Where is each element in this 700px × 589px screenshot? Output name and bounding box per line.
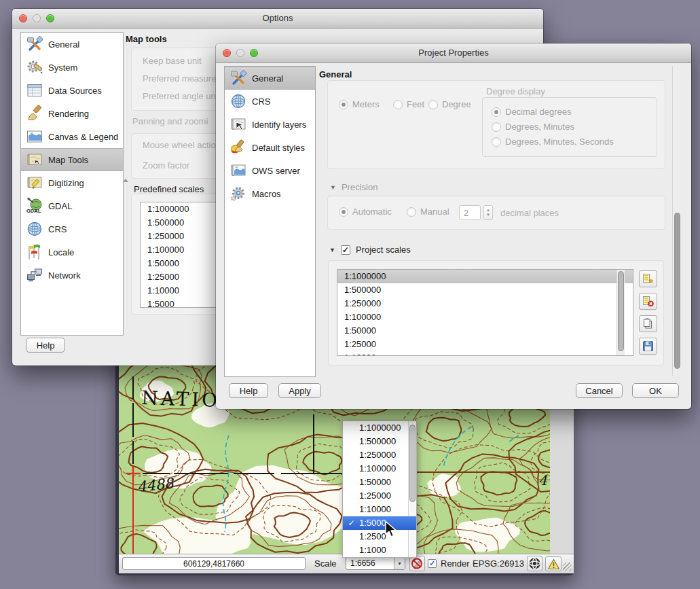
options-sidebar-item[interactable]: Rendering xyxy=(21,102,123,125)
apply-button[interactable]: Apply xyxy=(278,383,321,398)
gdal-icon: GDAL xyxy=(26,197,43,215)
network-icon xyxy=(26,266,43,284)
save-scales-button[interactable] xyxy=(639,338,657,355)
scale-option[interactable]: 1:500000 xyxy=(343,435,416,448)
radio-icon xyxy=(492,107,501,117)
identify-layers-icon xyxy=(229,115,247,133)
options-sidebar-item[interactable]: System xyxy=(21,56,123,79)
scale-option[interactable]: 1:1000 xyxy=(343,543,416,557)
scale-row[interactable]: 1:250000 xyxy=(337,297,633,310)
cancel-button[interactable]: Cancel xyxy=(576,383,623,398)
coordinate-field[interactable]: 606129,4817660 xyxy=(122,557,306,570)
project-scales-checkbox[interactable]: ✓ xyxy=(341,245,350,255)
decimal-places-stepper[interactable]: ▲ ▼ xyxy=(483,205,493,220)
tools-icon xyxy=(229,69,247,87)
precision-section-header[interactable]: ▼ Precision xyxy=(330,182,377,192)
resize-grip[interactable] xyxy=(563,563,572,571)
stop-render-icon xyxy=(411,557,424,570)
scale-row[interactable]: 1:10000 xyxy=(337,351,633,356)
scroll-up-indicator[interactable] xyxy=(123,179,128,182)
scale-row[interactable]: 1:100000 xyxy=(337,310,633,324)
units-group: Meters Feet Degree Degree display Decima… xyxy=(327,80,665,169)
render-label: Render xyxy=(441,558,470,569)
degree-display-radio[interactable]: Degrees, Minutes xyxy=(492,122,657,132)
options-sidebar-item[interactable]: Digitizing xyxy=(21,171,123,194)
decimal-places-input[interactable]: 2 xyxy=(459,205,481,220)
options-sidebar: General System Data Sources Rendering Ca… xyxy=(20,32,124,336)
unit-radio[interactable]: Meters xyxy=(339,99,380,109)
scale-option[interactable]: ✓ 1:5000 xyxy=(343,516,416,530)
list-scrollbar-thumb[interactable] xyxy=(618,271,624,351)
pp-sidebar-item[interactable]: Default styles xyxy=(225,136,315,159)
crs-status-button[interactable] xyxy=(527,556,542,571)
remove-scale-button[interactable] xyxy=(639,293,657,310)
globe-icon xyxy=(229,92,247,110)
radio-icon xyxy=(428,100,438,109)
render-checkbox[interactable]: ✓ xyxy=(428,559,437,568)
precision-radio[interactable]: Automatic xyxy=(339,207,392,217)
options-sidebar-item[interactable]: Data Sources xyxy=(21,79,123,102)
scale-row[interactable]: 1:25000 xyxy=(337,338,633,351)
options-sidebar-item[interactable]: Canvas & Legend xyxy=(21,125,123,148)
project-scales-group: 1:10000001:5000001:2500001:1000001:50000… xyxy=(328,260,664,365)
pp-sidebar-item[interactable]: Identify layers xyxy=(225,113,315,136)
spinner-down-icon[interactable]: ▼ xyxy=(486,213,490,217)
copy-scales-button[interactable] xyxy=(639,315,657,332)
epsg-status: EPSG:26913 xyxy=(473,558,524,569)
pp-sidebar-item[interactable]: OWS server xyxy=(225,159,315,182)
scale-row[interactable]: 1:500000 xyxy=(337,283,633,297)
options-page-title: Map tools xyxy=(126,34,167,44)
project-properties-titlebar[interactable]: Project Properties xyxy=(216,43,691,63)
dialog-scrollbar-thumb[interactable] xyxy=(674,213,680,369)
scale-combobox[interactable]: 1:6656 ▾ xyxy=(346,557,405,570)
ok-button[interactable]: OK xyxy=(632,383,679,398)
scale-option[interactable]: 1:25000 xyxy=(343,489,416,503)
scale-option[interactable]: 1:50000 xyxy=(343,476,416,489)
options-sidebar-item[interactable]: General xyxy=(21,33,123,56)
stop-render-button[interactable] xyxy=(409,556,425,571)
options-sidebar-item[interactable]: Network xyxy=(21,264,123,287)
spinner-up-icon[interactable]: ▲ xyxy=(486,208,490,213)
precision-radio[interactable]: Manual xyxy=(407,207,449,217)
unit-radio[interactable]: Feet xyxy=(393,99,424,109)
help-button[interactable]: Help xyxy=(26,338,65,353)
scale-option[interactable]: 1:2500 xyxy=(343,530,416,543)
add-scale-button[interactable] xyxy=(639,270,657,287)
unit-radio[interactable]: Degree xyxy=(428,99,471,109)
scale-option[interactable]: 1:1000000 xyxy=(343,421,416,435)
help-button[interactable]: Help xyxy=(229,383,268,398)
degree-display-radio[interactable]: Degrees, Minutes, Seconds xyxy=(492,137,657,147)
system-icon xyxy=(26,58,43,76)
scale-row[interactable]: 1:50000 xyxy=(337,324,633,338)
radio-icon xyxy=(339,207,348,217)
globe-icon xyxy=(26,220,43,238)
degree-display-radio[interactable]: Decimal degrees xyxy=(492,107,657,117)
scale-option[interactable]: 1:250000 xyxy=(343,448,416,462)
minimize-button[interactable] xyxy=(236,49,244,57)
options-sidebar-item[interactable]: Locale xyxy=(21,240,123,264)
project-scales-section-header[interactable]: ▼ ✓ Project scales xyxy=(329,245,411,255)
list-scrollbar[interactable] xyxy=(616,270,625,355)
pp-sidebar-item[interactable]: Macros xyxy=(225,182,315,205)
options-sidebar-item[interactable]: Map Tools xyxy=(21,148,123,171)
options-sidebar-item[interactable]: GDAL GDAL xyxy=(21,194,123,217)
zoom-button[interactable] xyxy=(46,14,54,22)
scale-option[interactable]: 1:100000 xyxy=(343,462,416,476)
project-scales-list[interactable]: 1:10000001:5000001:2500001:1000001:50000… xyxy=(337,269,633,356)
decimal-places-label: decimal places xyxy=(500,208,559,218)
options-sidebar-item[interactable]: CRS xyxy=(21,217,123,240)
macros-icon xyxy=(229,185,247,202)
window-title: Project Properties xyxy=(418,48,488,58)
scale-row[interactable]: 1:1000000 xyxy=(337,270,633,283)
dialog-scrollbar[interactable] xyxy=(672,66,681,376)
chevron-down-icon[interactable]: ▾ xyxy=(394,558,405,569)
zoom-button[interactable] xyxy=(250,49,258,57)
scale-option[interactable]: 1:10000 xyxy=(343,503,416,516)
pp-sidebar-item[interactable]: General xyxy=(225,67,315,90)
minimize-button[interactable] xyxy=(33,14,41,22)
pp-sidebar-item[interactable]: CRS xyxy=(225,90,315,113)
options-titlebar[interactable]: Options xyxy=(12,9,543,29)
close-button[interactable] xyxy=(19,14,27,22)
log-messages-button[interactable]: ! xyxy=(545,556,561,571)
close-button[interactable] xyxy=(223,49,231,57)
